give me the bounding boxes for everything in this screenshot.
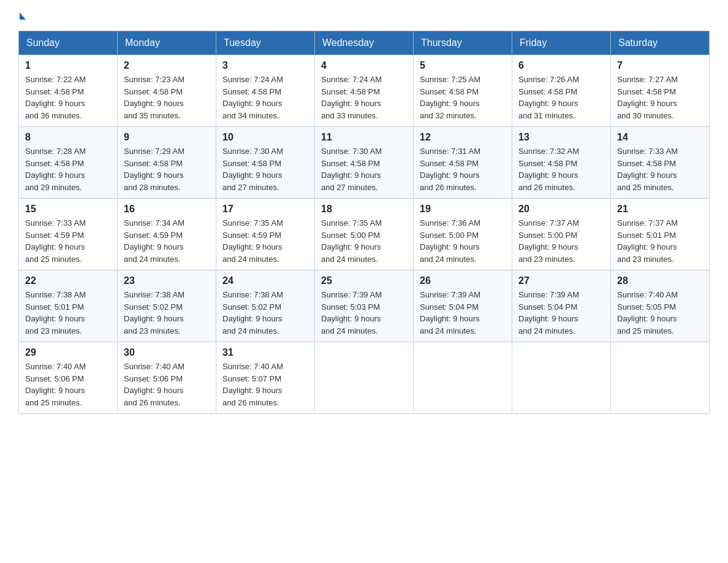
day-info: Sunrise: 7:36 AMSunset: 5:00 PMDaylight:… <box>420 217 506 265</box>
day-number: 25 <box>321 275 407 286</box>
calendar-week-row: 22Sunrise: 7:38 AMSunset: 5:01 PMDayligh… <box>19 270 710 342</box>
calendar-cell: 31Sunrise: 7:40 AMSunset: 5:07 PMDayligh… <box>216 342 315 414</box>
day-number: 7 <box>617 60 703 71</box>
day-info: Sunrise: 7:24 AMSunset: 4:58 PMDaylight:… <box>222 74 308 121</box>
day-of-week-header: Thursday <box>414 31 512 55</box>
calendar-cell <box>512 342 611 414</box>
calendar-week-row: 15Sunrise: 7:33 AMSunset: 4:59 PMDayligh… <box>19 199 710 270</box>
day-info: Sunrise: 7:23 AMSunset: 4:58 PMDaylight:… <box>124 74 210 121</box>
day-number: 15 <box>25 204 111 215</box>
calendar-cell: 20Sunrise: 7:37 AMSunset: 5:00 PMDayligh… <box>512 199 611 270</box>
calendar-cell: 14Sunrise: 7:33 AMSunset: 4:58 PMDayligh… <box>611 127 710 199</box>
calendar-cell: 17Sunrise: 7:35 AMSunset: 4:59 PMDayligh… <box>216 199 315 270</box>
day-info: Sunrise: 7:38 AMSunset: 5:02 PMDaylight:… <box>222 289 308 337</box>
day-number: 14 <box>617 132 703 143</box>
day-info: Sunrise: 7:39 AMSunset: 5:04 PMDaylight:… <box>518 289 604 337</box>
calendar-cell <box>414 342 512 414</box>
day-number: 18 <box>321 204 407 215</box>
day-number: 4 <box>321 60 407 71</box>
day-info: Sunrise: 7:29 AMSunset: 4:58 PMDaylight:… <box>124 145 210 193</box>
day-info: Sunrise: 7:31 AMSunset: 4:58 PMDaylight:… <box>420 145 506 193</box>
calendar-cell: 11Sunrise: 7:30 AMSunset: 4:58 PMDayligh… <box>315 127 414 199</box>
day-of-week-header: Friday <box>512 31 611 55</box>
day-number: 5 <box>420 60 506 71</box>
day-number: 20 <box>518 204 604 215</box>
logo <box>18 12 27 20</box>
calendar-cell: 29Sunrise: 7:40 AMSunset: 5:06 PMDayligh… <box>19 342 118 414</box>
calendar-cell: 21Sunrise: 7:37 AMSunset: 5:01 PMDayligh… <box>611 199 710 270</box>
day-info: Sunrise: 7:32 AMSunset: 4:58 PMDaylight:… <box>518 145 604 193</box>
day-of-week-header: Tuesday <box>216 31 315 55</box>
calendar-cell: 24Sunrise: 7:38 AMSunset: 5:02 PMDayligh… <box>216 270 315 342</box>
calendar-cell: 12Sunrise: 7:31 AMSunset: 4:58 PMDayligh… <box>414 127 512 199</box>
calendar-table: SundayMondayTuesdayWednesdayThursdayFrid… <box>18 31 710 414</box>
calendar-week-row: 8Sunrise: 7:28 AMSunset: 4:58 PMDaylight… <box>19 127 710 199</box>
day-number: 19 <box>420 204 506 215</box>
day-number: 21 <box>617 204 703 215</box>
day-info: Sunrise: 7:33 AMSunset: 4:58 PMDaylight:… <box>617 145 703 193</box>
day-info: Sunrise: 7:34 AMSunset: 4:59 PMDaylight:… <box>124 217 210 265</box>
day-info: Sunrise: 7:35 AMSunset: 4:59 PMDaylight:… <box>222 217 308 265</box>
logo-triangle-icon <box>20 12 26 20</box>
calendar-cell: 5Sunrise: 7:25 AMSunset: 4:58 PMDaylight… <box>414 55 512 127</box>
day-number: 2 <box>124 60 210 71</box>
day-info: Sunrise: 7:24 AMSunset: 4:58 PMDaylight:… <box>321 74 407 121</box>
day-number: 6 <box>518 60 604 71</box>
page-header <box>18 12 710 20</box>
day-number: 29 <box>25 347 111 358</box>
calendar-cell <box>315 342 414 414</box>
day-number: 27 <box>518 275 604 286</box>
day-info: Sunrise: 7:38 AMSunset: 5:01 PMDaylight:… <box>25 289 111 337</box>
calendar-cell: 2Sunrise: 7:23 AMSunset: 4:58 PMDaylight… <box>118 55 216 127</box>
calendar-cell: 16Sunrise: 7:34 AMSunset: 4:59 PMDayligh… <box>118 199 216 270</box>
day-info: Sunrise: 7:27 AMSunset: 4:58 PMDaylight:… <box>617 74 703 121</box>
day-info: Sunrise: 7:22 AMSunset: 4:58 PMDaylight:… <box>25 74 111 121</box>
day-info: Sunrise: 7:37 AMSunset: 5:00 PMDaylight:… <box>518 217 604 265</box>
day-info: Sunrise: 7:33 AMSunset: 4:59 PMDaylight:… <box>25 217 111 265</box>
calendar-cell: 9Sunrise: 7:29 AMSunset: 4:58 PMDaylight… <box>118 127 216 199</box>
day-info: Sunrise: 7:39 AMSunset: 5:03 PMDaylight:… <box>321 289 407 337</box>
day-info: Sunrise: 7:39 AMSunset: 5:04 PMDaylight:… <box>420 289 506 337</box>
calendar-cell: 25Sunrise: 7:39 AMSunset: 5:03 PMDayligh… <box>315 270 414 342</box>
calendar-cell <box>611 342 710 414</box>
day-info: Sunrise: 7:40 AMSunset: 5:07 PMDaylight:… <box>222 361 308 408</box>
day-number: 31 <box>222 347 308 358</box>
calendar-cell: 1Sunrise: 7:22 AMSunset: 4:58 PMDaylight… <box>19 55 118 127</box>
day-number: 13 <box>518 132 604 143</box>
calendar-cell: 3Sunrise: 7:24 AMSunset: 4:58 PMDaylight… <box>216 55 315 127</box>
day-info: Sunrise: 7:40 AMSunset: 5:05 PMDaylight:… <box>617 289 703 337</box>
day-number: 10 <box>222 132 308 143</box>
day-number: 23 <box>124 275 210 286</box>
calendar-cell: 13Sunrise: 7:32 AMSunset: 4:58 PMDayligh… <box>512 127 611 199</box>
day-number: 30 <box>124 347 210 358</box>
calendar-cell: 28Sunrise: 7:40 AMSunset: 5:05 PMDayligh… <box>611 270 710 342</box>
calendar-cell: 26Sunrise: 7:39 AMSunset: 5:04 PMDayligh… <box>414 270 512 342</box>
calendar-cell: 23Sunrise: 7:38 AMSunset: 5:02 PMDayligh… <box>118 270 216 342</box>
calendar-cell: 27Sunrise: 7:39 AMSunset: 5:04 PMDayligh… <box>512 270 611 342</box>
calendar-cell: 10Sunrise: 7:30 AMSunset: 4:58 PMDayligh… <box>216 127 315 199</box>
calendar-cell: 8Sunrise: 7:28 AMSunset: 4:58 PMDaylight… <box>19 127 118 199</box>
day-number: 22 <box>25 275 111 286</box>
day-number: 28 <box>617 275 703 286</box>
day-info: Sunrise: 7:35 AMSunset: 5:00 PMDaylight:… <box>321 217 407 265</box>
calendar-cell: 18Sunrise: 7:35 AMSunset: 5:00 PMDayligh… <box>315 199 414 270</box>
day-info: Sunrise: 7:40 AMSunset: 5:06 PMDaylight:… <box>25 361 111 408</box>
day-info: Sunrise: 7:30 AMSunset: 4:58 PMDaylight:… <box>321 145 407 193</box>
calendar-cell: 6Sunrise: 7:26 AMSunset: 4:58 PMDaylight… <box>512 55 611 127</box>
calendar-cell: 4Sunrise: 7:24 AMSunset: 4:58 PMDaylight… <box>315 55 414 127</box>
day-info: Sunrise: 7:37 AMSunset: 5:01 PMDaylight:… <box>617 217 703 265</box>
day-info: Sunrise: 7:28 AMSunset: 4:58 PMDaylight:… <box>25 145 111 193</box>
day-info: Sunrise: 7:25 AMSunset: 4:58 PMDaylight:… <box>420 74 506 121</box>
day-info: Sunrise: 7:38 AMSunset: 5:02 PMDaylight:… <box>124 289 210 337</box>
calendar-header-row: SundayMondayTuesdayWednesdayThursdayFrid… <box>19 31 710 55</box>
day-info: Sunrise: 7:26 AMSunset: 4:58 PMDaylight:… <box>518 74 604 121</box>
day-number: 3 <box>222 60 308 71</box>
day-info: Sunrise: 7:30 AMSunset: 4:58 PMDaylight:… <box>222 145 308 193</box>
day-number: 16 <box>124 204 210 215</box>
day-info: Sunrise: 7:40 AMSunset: 5:06 PMDaylight:… <box>124 361 210 408</box>
day-number: 26 <box>420 275 506 286</box>
day-number: 8 <box>25 132 111 143</box>
day-number: 17 <box>222 204 308 215</box>
day-number: 1 <box>25 60 111 71</box>
calendar-cell: 22Sunrise: 7:38 AMSunset: 5:01 PMDayligh… <box>19 270 118 342</box>
